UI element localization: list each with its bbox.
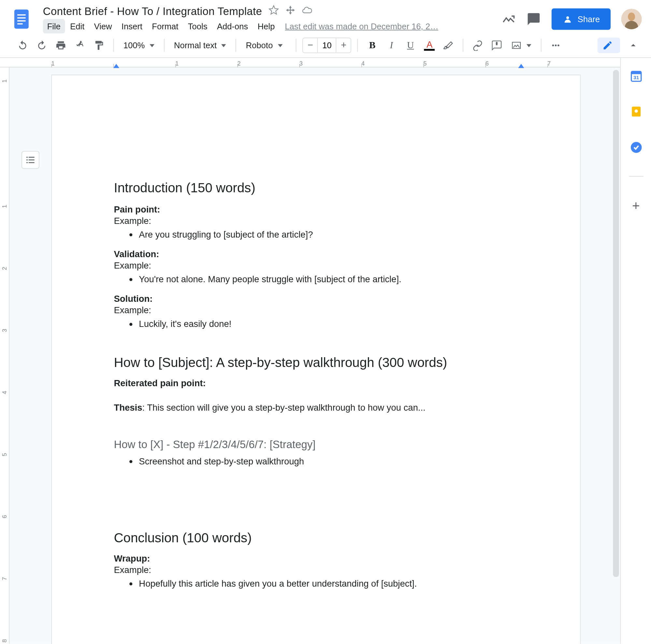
left-indent-marker[interactable] — [113, 64, 119, 68]
addons-plus-icon[interactable]: + — [632, 198, 640, 214]
menu-help[interactable]: Help — [253, 19, 279, 34]
menu-insert[interactable]: Insert — [117, 19, 147, 34]
bold-button[interactable]: B — [364, 37, 381, 54]
main-area: 1 1 2 3 4 5 6 7 1 1 2 3 4 5 6 7 8 Intr — [0, 58, 651, 644]
document-area: 1 1 2 3 4 5 6 7 1 1 2 3 4 5 6 7 8 Intr — [0, 58, 620, 644]
svg-rect-15 — [29, 159, 34, 160]
vertical-ruler[interactable]: 1 1 2 3 4 5 6 7 8 — [0, 67, 9, 644]
svg-rect-1 — [17, 14, 26, 16]
redo-button[interactable] — [34, 37, 50, 54]
last-edit-link[interactable]: Last edit was made on December 16, 2… — [285, 22, 439, 31]
document-page[interactable]: Introduction (150 words) Pain point: Exa… — [51, 75, 581, 644]
italic-button[interactable]: I — [383, 37, 400, 54]
label-example: Example: — [114, 305, 521, 315]
style-select[interactable]: Normal text — [170, 38, 229, 53]
activity-icon[interactable] — [501, 12, 516, 26]
heading-step: How to [X] - Step #1/2/3/4/5/6/7: [Strat… — [114, 439, 521, 451]
toolbar: 100% Normal text Roboto − + B I U A — [0, 34, 651, 58]
menu-edit[interactable]: Edit — [66, 19, 89, 34]
star-icon[interactable] — [268, 5, 279, 18]
bullet-step: Screenshot and step-by-step walkthrough — [139, 455, 521, 467]
label-validation: Validation: — [114, 249, 521, 259]
document-title[interactable]: Content Brief - How To / Integration Tem… — [43, 5, 262, 18]
svg-rect-14 — [26, 159, 28, 160]
bullet-wrapup: Hopefully this article has given you a b… — [139, 577, 521, 590]
share-label: Share — [578, 14, 600, 24]
collapse-toolbar-button[interactable] — [625, 37, 642, 54]
label-example: Example: — [114, 215, 521, 226]
bullet-validation: You're not alone. Many people struggle w… — [139, 273, 521, 285]
insert-link-button[interactable] — [470, 37, 486, 54]
svg-point-9 — [552, 44, 554, 46]
outline-toggle-button[interactable] — [22, 151, 39, 169]
menu-file[interactable]: File — [43, 19, 65, 34]
text-color-button[interactable]: A — [421, 37, 438, 54]
svg-point-6 — [628, 12, 635, 21]
svg-rect-19 — [631, 71, 641, 74]
svg-point-11 — [558, 44, 559, 46]
heading-conclusion: Conclusion (100 words) — [114, 531, 521, 546]
header: Content Brief - How To / Integration Tem… — [0, 0, 651, 34]
menu-view[interactable]: View — [90, 19, 116, 34]
svg-rect-0 — [14, 9, 29, 29]
right-indent-marker[interactable] — [518, 64, 524, 68]
menu-format[interactable]: Format — [148, 19, 183, 34]
bullet-solution: Luckily, it's easily done! — [139, 317, 521, 330]
svg-rect-16 — [26, 162, 28, 163]
label-reiterated-pain: Reiterated pain point: — [114, 378, 521, 388]
docs-logo-icon[interactable] — [9, 7, 33, 31]
highlight-button[interactable] — [440, 37, 457, 54]
svg-rect-17 — [29, 162, 34, 163]
menu-bar: File Edit View Insert Format Tools Add-o… — [43, 19, 492, 34]
tasks-icon[interactable] — [629, 140, 643, 154]
cloud-status-icon[interactable] — [302, 5, 312, 18]
menu-tools[interactable]: Tools — [184, 19, 211, 34]
font-size-decrease[interactable]: − — [303, 38, 317, 53]
underline-button[interactable]: U — [402, 37, 419, 54]
svg-rect-4 — [17, 23, 23, 24]
editing-mode-button[interactable] — [597, 37, 620, 53]
svg-point-22 — [634, 110, 638, 113]
svg-point-10 — [555, 44, 557, 46]
move-icon[interactable] — [285, 5, 296, 18]
comments-icon[interactable] — [526, 12, 540, 26]
label-pain-point: Pain point: — [114, 204, 521, 214]
side-panel: 31 + — [620, 58, 651, 644]
label-example: Example: — [114, 260, 521, 270]
bullet-pain: Are you struggling to [subject of the ar… — [139, 228, 521, 240]
vertical-scrollbar[interactable] — [613, 70, 619, 577]
font-size-control: − + — [303, 37, 351, 53]
print-button[interactable] — [53, 37, 69, 54]
svg-text:31: 31 — [633, 75, 639, 80]
svg-rect-12 — [26, 157, 28, 158]
zoom-select[interactable]: 100% — [120, 38, 158, 53]
share-button[interactable]: Share — [551, 8, 611, 30]
menu-addons[interactable]: Add-ons — [213, 19, 252, 34]
account-avatar[interactable] — [621, 9, 642, 29]
calendar-icon[interactable]: 31 — [629, 69, 643, 83]
label-example: Example: — [114, 564, 521, 575]
font-select[interactable]: Roboto — [242, 38, 290, 53]
spellcheck-button[interactable] — [72, 37, 88, 54]
horizontal-ruler[interactable]: 1 1 2 3 4 5 6 7 — [0, 58, 620, 67]
thesis-line: Thesis: This section will give you a ste… — [114, 402, 521, 412]
svg-rect-3 — [17, 20, 26, 22]
more-button[interactable] — [548, 37, 564, 54]
svg-rect-13 — [29, 157, 34, 158]
label-wrapup: Wrapup: — [114, 553, 521, 563]
add-comment-button[interactable] — [489, 37, 505, 54]
heading-intro: Introduction (150 words) — [114, 180, 521, 196]
font-size-increase[interactable]: + — [336, 38, 351, 53]
svg-rect-2 — [17, 17, 26, 19]
paint-format-button[interactable] — [91, 37, 107, 54]
insert-image-button[interactable] — [508, 37, 535, 53]
font-size-input[interactable] — [317, 38, 337, 53]
label-solution: Solution: — [114, 294, 521, 304]
undo-button[interactable] — [14, 37, 31, 54]
keep-icon[interactable] — [629, 104, 643, 119]
heading-howto: How to [Subject]: A step-by-step walkthr… — [114, 355, 521, 371]
